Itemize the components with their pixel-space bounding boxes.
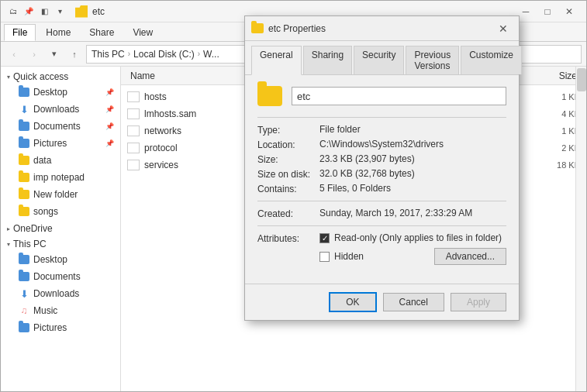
sidebar: ▾ Quick access Desktop 📌 ⬇ Downloads 📌 D… <box>1 67 121 391</box>
tab-view[interactable]: View <box>124 24 161 41</box>
thispc-downloads[interactable]: ⬇ Downloads <box>1 285 120 302</box>
path-current[interactable]: W... <box>203 49 219 60</box>
contains-value: 5 Files, 0 Folders <box>319 183 506 194</box>
sidebar-item-impnotepad[interactable]: imp notepad <box>1 169 120 186</box>
close-button[interactable]: ✕ <box>558 1 580 22</box>
title-folder-icon <box>75 5 88 18</box>
dialog-title-bar: etc Properties ✕ <box>245 16 519 41</box>
column-size-header[interactable]: Size <box>533 70 580 81</box>
dialog-tab-previous-versions[interactable]: Previous Versions <box>406 46 459 74</box>
thispc-documents[interactable]: Documents <box>1 268 120 285</box>
tb-icon3: ◧ <box>38 5 50 18</box>
thispc-music[interactable]: ♫ Music <box>1 302 120 319</box>
protocol-file-size: 2 KB <box>533 143 580 153</box>
desktop-pin-icon: 📌 <box>105 88 114 96</box>
dialog-info-table: Type: File folder Location: C:\Windows\S… <box>257 124 506 194</box>
hidden-label: Hidden <box>334 251 434 262</box>
tab-home[interactable]: Home <box>37 24 79 41</box>
sidebar-item-pictures-label: Pictures <box>33 138 67 149</box>
thispc-pictures-label: Pictures <box>33 322 67 333</box>
sizeondisk-label: Size on disk: <box>257 168 319 180</box>
dialog-content: Type: File folder Location: C:\Windows\S… <box>245 75 519 284</box>
dialog-big-folder-icon <box>257 86 282 106</box>
thispc-pictures[interactable]: Pictures <box>1 319 120 336</box>
pictures-pin-icon: 📌 <box>105 139 114 147</box>
sidebar-item-documents[interactable]: Documents 📌 <box>1 118 120 135</box>
maximize-button[interactable]: □ <box>537 1 558 22</box>
sidebar-item-newfolder-label: New folder <box>33 189 78 200</box>
attributes-label: Attributes: <box>257 232 319 244</box>
sidebar-item-desktop-label: Desktop <box>33 87 67 98</box>
recent-button[interactable]: ▾ <box>46 46 63 63</box>
dialog-title: etc Properties <box>268 23 494 34</box>
path-localdisk[interactable]: Local Disk (C:) <box>133 49 195 60</box>
onedrive-header[interactable]: ▸ OneDrive <box>1 222 120 236</box>
hosts-file-icon <box>127 91 140 102</box>
properties-dialog: etc Properties ✕ General Sharing Securit… <box>244 15 520 321</box>
hidden-checkbox[interactable] <box>319 252 330 262</box>
sidebar-item-desktop[interactable]: Desktop 📌 <box>1 84 120 101</box>
dialog-tab-sharing[interactable]: Sharing <box>303 46 352 74</box>
dialog-attributes: Attributes: Read-only (Only applies to f… <box>257 232 506 270</box>
lmhosts-file-size: 4 KB <box>533 109 580 119</box>
info-created-row: Created: Sunday, March 19, 2017, 2:33:29… <box>257 208 506 219</box>
sizeondisk-value: 32.0 KB (32,768 bytes) <box>319 168 506 179</box>
separator-1 <box>257 117 506 118</box>
location-value: C:\Windows\System32\drivers <box>319 139 506 150</box>
type-value: File folder <box>319 124 506 135</box>
thispc-downloads-label: Downloads <box>33 288 79 299</box>
up-button[interactable]: ↑ <box>66 46 83 63</box>
onedrive-chevron: ▸ <box>7 225 10 232</box>
quick-access-header[interactable]: ▾ Quick access <box>1 70 120 84</box>
protocol-file-icon <box>127 143 140 153</box>
sidebar-item-songs[interactable]: songs <box>1 203 120 220</box>
impnotepad-folder-icon <box>18 171 30 184</box>
created-label: Created: <box>257 208 319 219</box>
tab-share[interactable]: Share <box>81 24 123 41</box>
thispc-downloads-icon: ⬇ <box>18 287 30 300</box>
dialog-tab-security[interactable]: Security <box>354 46 404 74</box>
pictures-folder-icon <box>18 137 30 150</box>
hosts-file-size: 1 KB <box>533 92 580 101</box>
info-location-row: Location: C:\Windows\System32\drivers <box>257 139 506 150</box>
back-button[interactable]: ‹ <box>5 46 22 63</box>
networks-file-size: 1 KB <box>533 126 580 136</box>
thispc-documents-label: Documents <box>33 271 81 282</box>
thispc-desktop[interactable]: Desktop <box>1 251 120 268</box>
scroll-indicator[interactable] <box>575 67 586 391</box>
newfolder-folder-icon <box>18 188 30 201</box>
sidebar-item-newfolder[interactable]: New folder <box>1 186 120 203</box>
apply-button[interactable]: Apply <box>451 293 506 311</box>
system-icon: 🗂 <box>7 5 19 18</box>
thispc-music-icon: ♫ <box>18 304 30 317</box>
dialog-close-button[interactable]: ✕ <box>494 19 513 38</box>
sidebar-item-downloads[interactable]: ⬇ Downloads 📌 <box>1 101 120 118</box>
cancel-button[interactable]: Cancel <box>383 293 444 311</box>
pin-icon: 📌 <box>22 5 35 18</box>
path-thispc[interactable]: This PC <box>92 49 125 60</box>
thispc-chevron: ▾ <box>7 241 10 248</box>
thispc-header[interactable]: ▾ This PC <box>1 237 120 251</box>
thispc-label: This PC <box>13 239 47 249</box>
title-bar-icons: 🗂 📌 ◧ ▾ <box>7 5 66 18</box>
size-value: 23.3 KB (23,907 bytes) <box>319 153 506 164</box>
window-title: etc <box>92 6 105 17</box>
ok-button[interactable]: OK <box>329 292 376 312</box>
documents-pin-icon: 📌 <box>105 122 114 130</box>
dialog-tab-general[interactable]: General <box>251 46 302 75</box>
tab-file[interactable]: File <box>4 24 36 41</box>
thispc-documents-icon <box>18 270 30 283</box>
sidebar-item-pictures[interactable]: Pictures 📌 <box>1 135 120 152</box>
advanced-button[interactable]: Advanced... <box>434 248 506 265</box>
dialog-tab-customize[interactable]: Customize <box>461 46 522 74</box>
forward-button[interactable]: › <box>26 46 43 63</box>
thispc-section: ▾ This PC Desktop Documents ⬇ Downloads … <box>1 237 120 336</box>
tb-icon4: ▾ <box>54 5 66 18</box>
lmhosts-file-icon <box>127 108 140 119</box>
sidebar-item-data[interactable]: data <box>1 152 120 169</box>
type-label: Type: <box>257 124 319 136</box>
folder-name-input[interactable] <box>292 87 506 105</box>
readonly-checkbox[interactable] <box>319 233 330 243</box>
info-contains-row: Contains: 5 Files, 0 Folders <box>257 183 506 194</box>
thispc-desktop-icon <box>18 253 30 266</box>
